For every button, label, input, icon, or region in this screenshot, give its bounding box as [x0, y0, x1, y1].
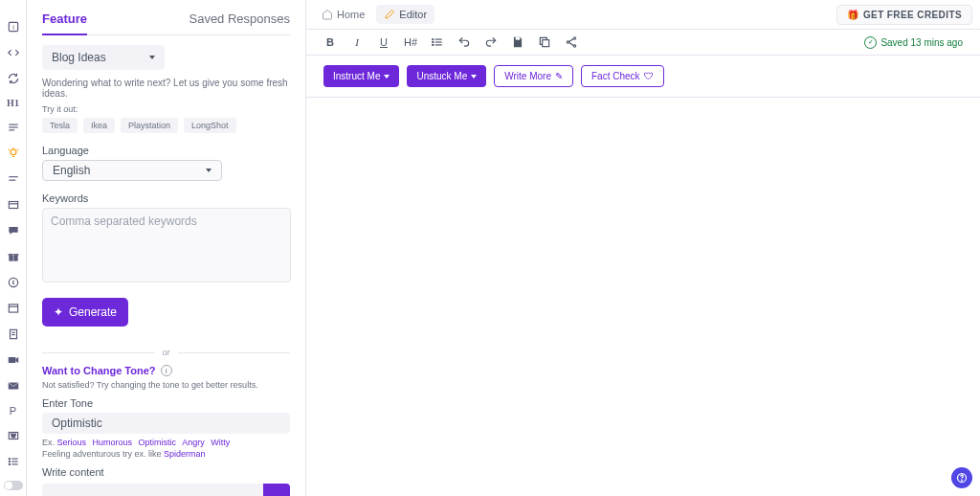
svg-marker-24	[15, 357, 18, 363]
svg-line-48	[569, 39, 574, 42]
lines-icon[interactable]	[7, 172, 20, 186]
svg-text:i: i	[12, 24, 14, 31]
mail-icon[interactable]	[7, 379, 20, 393]
refresh-icon[interactable]	[7, 72, 20, 85]
copy-button[interactable]	[538, 35, 551, 49]
svg-text:W: W	[11, 433, 15, 439]
svg-line-9	[17, 149, 18, 150]
gift-icon[interactable]	[7, 250, 20, 263]
example-chips: Tesla Ikea Playstation LongShot	[42, 118, 290, 133]
language-value: English	[53, 164, 90, 177]
svg-rect-23	[8, 357, 15, 363]
code-icon[interactable]	[7, 46, 20, 59]
submit-content-button[interactable]	[263, 484, 290, 496]
get-credits-button[interactable]: GET FREE CREDITS	[836, 5, 972, 25]
keywords-label: Keywords	[42, 192, 290, 204]
chip-playstation[interactable]: Playstation	[121, 118, 178, 133]
pencil-icon: ✎	[555, 71, 563, 81]
tone-input[interactable]	[42, 413, 290, 434]
p-icon[interactable]: P	[7, 405, 20, 417]
archive-icon[interactable]	[7, 198, 20, 212]
info-icon[interactable]: i	[7, 20, 20, 34]
chip-longshot[interactable]: LongShot	[184, 118, 236, 133]
tone-title: Want to Change Tone? i	[42, 365, 290, 376]
tone-opt-optimistic[interactable]: Optimistic	[139, 438, 177, 447]
tab-feature[interactable]: Feature	[42, 11, 87, 35]
feature-type-value: Blog Ideas	[52, 51, 106, 64]
tone-opt-angry[interactable]: Angry	[182, 438, 205, 447]
unstuck-me-button[interactable]: Unstuck Me	[407, 65, 486, 87]
instruct-me-button[interactable]: Instruct Me	[323, 65, 399, 87]
shield-icon: 🛡	[644, 71, 654, 81]
bold-button[interactable]: B	[323, 35, 337, 49]
bullet-list-button[interactable]	[431, 35, 444, 49]
heading-icon[interactable]: H1	[7, 98, 20, 108]
editor-area: Home Editor GET FREE CREDITS B I U H# Sa…	[306, 0, 980, 496]
undo-button[interactable]	[457, 35, 471, 49]
edit-icon	[384, 9, 395, 20]
info-icon[interactable]: i	[161, 365, 172, 376]
svg-point-46	[567, 41, 568, 43]
tone-subtitle: Not satisfied? Try changing the tone to …	[42, 380, 290, 390]
svg-line-49	[569, 43, 574, 46]
tone-opt-humorous[interactable]: Humorous	[93, 438, 133, 447]
theme-toggle[interactable]	[4, 481, 23, 490]
share-button[interactable]	[565, 35, 578, 49]
top-bar: Home Editor GET FREE CREDITS	[306, 0, 980, 29]
paragraph-icon[interactable]	[7, 121, 20, 134]
chevron-down-icon	[149, 56, 155, 59]
redo-button[interactable]	[484, 35, 498, 49]
tone-examples: Ex. Serious Humorous Optimistic Angry Wi…	[42, 438, 290, 447]
svg-point-30	[9, 461, 10, 462]
copyright-icon[interactable]	[7, 276, 20, 289]
divider: or	[42, 348, 290, 357]
svg-point-51	[962, 480, 963, 481]
nav-editor[interactable]: Editor	[376, 5, 434, 24]
window-icon[interactable]	[7, 302, 20, 315]
write-content-label: Write content	[42, 466, 290, 478]
w-icon[interactable]: W	[7, 429, 20, 442]
svg-point-32	[9, 463, 10, 464]
panel-tabs: Feature Saved Responses	[42, 11, 290, 35]
svg-point-39	[433, 41, 434, 42]
heading-button[interactable]: H#	[404, 35, 417, 49]
nav-home[interactable]: Home	[314, 5, 372, 24]
tab-saved-responses[interactable]: Saved Responses	[189, 11, 290, 34]
svg-point-5	[11, 149, 16, 155]
feature-type-dropdown[interactable]: Blog Ideas	[42, 45, 165, 70]
language-dropdown[interactable]: English	[42, 160, 222, 181]
content-input[interactable]	[42, 484, 263, 496]
italic-button[interactable]: I	[350, 35, 364, 49]
idea-icon[interactable]	[7, 147, 20, 160]
video-icon[interactable]	[7, 353, 20, 367]
chevron-down-icon	[384, 75, 390, 79]
chevron-down-icon	[206, 169, 212, 172]
generate-button[interactable]: ✦ Generate	[42, 298, 128, 327]
list-icon[interactable]	[7, 455, 20, 468]
chip-tesla[interactable]: Tesla	[42, 118, 78, 133]
svg-line-8	[8, 149, 9, 150]
tone-opt-witty[interactable]: Witty	[211, 438, 230, 447]
svg-point-28	[9, 459, 10, 460]
svg-point-37	[433, 39, 434, 40]
try-label: Try it out:	[42, 104, 290, 114]
editor-toolbar: B I U H# Saved 13 mins ago	[306, 29, 980, 56]
home-icon	[322, 9, 333, 20]
svg-rect-43	[516, 37, 521, 40]
doc-icon[interactable]	[7, 327, 20, 341]
feature-helper: Wondering what to write next? Let us giv…	[42, 78, 290, 99]
tone-opt-serious[interactable]: Serious	[57, 438, 87, 447]
underline-button[interactable]: U	[377, 35, 390, 49]
write-more-button[interactable]: Write More ✎	[494, 65, 573, 87]
tone-adventurous: Feeling adventurous try ex. like Spiderm…	[42, 449, 290, 459]
chip-ikea[interactable]: Ikea	[83, 118, 115, 133]
tone-opt-spiderman[interactable]: Spiderman	[164, 449, 206, 459]
keywords-input[interactable]	[42, 208, 291, 282]
svg-point-41	[433, 44, 434, 45]
help-button[interactable]	[951, 467, 972, 488]
sparkle-icon: ✦	[54, 305, 63, 319]
fact-check-button[interactable]: Fact Check 🛡	[581, 65, 664, 87]
svg-rect-12	[9, 202, 17, 209]
chat-icon[interactable]	[7, 224, 20, 237]
save-button[interactable]	[511, 35, 524, 49]
